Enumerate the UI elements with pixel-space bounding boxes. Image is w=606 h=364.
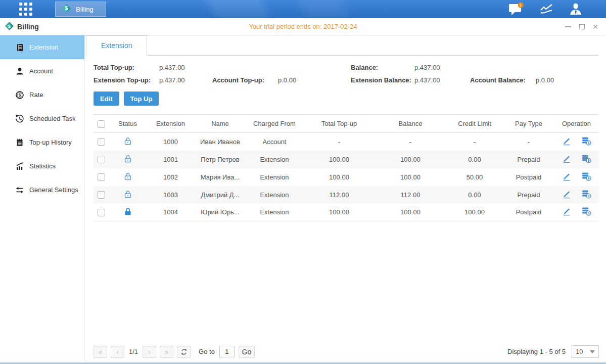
svg-text:$: $	[587, 176, 589, 180]
svg-text:$: $	[587, 194, 589, 198]
pagination-bar: « ‹ 1/1 › » Go to Go Displaying 1 - 5 of…	[94, 345, 599, 358]
edit-row-icon[interactable]	[562, 207, 571, 216]
balance-value: p.437.00	[414, 64, 470, 71]
sidebar-item-scheduled-task[interactable]: Scheduled Task	[0, 107, 84, 130]
monitor-icon[interactable]	[539, 3, 553, 15]
top-up-row-icon[interactable]: $	[581, 154, 591, 163]
apps-grid-icon[interactable]	[19, 3, 32, 16]
cell-extension: 1001	[147, 151, 195, 168]
cell-name: Иван Иванов	[195, 133, 246, 151]
main-content: Extension Total Top-up: p.437.00 Balance…	[85, 35, 606, 362]
ledger-icon	[15, 43, 24, 52]
extension-balance-label: Extension Balance:	[351, 76, 414, 84]
go-button[interactable]: Go	[239, 346, 255, 358]
status-lock-icon	[123, 172, 132, 181]
svg-text:$: $	[587, 159, 589, 163]
cell-total-topup: -	[303, 133, 375, 151]
sidebar-item-topup-history[interactable]: Top-up History	[0, 130, 84, 154]
cell-pay-type: -	[503, 133, 554, 151]
row-checkbox[interactable]	[98, 138, 105, 146]
top-up-row-icon[interactable]: $	[581, 172, 591, 181]
top-up-button[interactable]: Top Up	[124, 92, 159, 106]
minimize-button[interactable]	[565, 23, 572, 30]
sidebar-item-account[interactable]: Account	[0, 59, 84, 83]
sidebar-item-statistics[interactable]: Statistics	[0, 154, 84, 178]
sidebar-item-label: Extension	[29, 43, 58, 51]
window-title-bar: $ Billing Your trial period ends on: 201…	[0, 18, 606, 35]
select-all-checkbox[interactable]	[98, 120, 105, 128]
row-checkbox[interactable]	[98, 209, 105, 216]
cell-extension: 1003	[147, 186, 195, 204]
dollar-circle-icon: $	[15, 90, 24, 100]
status-lock-icon	[123, 136, 132, 146]
edit-row-icon[interactable]	[562, 154, 571, 163]
next-page-button[interactable]: ›	[143, 346, 156, 358]
col-status: Status	[109, 115, 147, 133]
table-row: 1002 Мария Ива... Extension 100.00 100.0…	[94, 168, 599, 186]
sidebar-item-label: Scheduled Task	[29, 115, 76, 122]
goto-page-input[interactable]	[219, 346, 235, 357]
top-up-row-icon[interactable]: $	[581, 190, 591, 199]
notepad-icon	[15, 138, 24, 147]
last-page-button[interactable]: »	[160, 346, 173, 358]
page-size-value: 10	[576, 348, 583, 355]
page-info: 1/1	[129, 348, 138, 355]
tab-bar: Extension	[86, 35, 599, 56]
svg-text:$: $	[587, 211, 589, 215]
maximize-button[interactable]	[578, 23, 585, 30]
cell-credit-limit: 0.00	[446, 186, 503, 204]
top-up-row-icon[interactable]: $	[581, 207, 591, 216]
sidebar-item-rate[interactable]: $ Rate	[0, 83, 84, 107]
account-balance-label: Account Balance:	[470, 76, 536, 84]
cell-name: Дмитрий Д...	[195, 186, 246, 204]
notifications-icon[interactable]: !	[508, 2, 524, 16]
sidebar-item-general-settings[interactable]: General Settings	[0, 178, 84, 202]
notification-badge: !	[520, 3, 522, 8]
billing-app-tab[interactable]: $ Billing	[55, 2, 106, 17]
billing-diamond-icon: $	[5, 22, 14, 32]
user-icon[interactable]	[569, 3, 583, 16]
cell-total-topup: 112.00	[303, 186, 375, 204]
table-row: 1004 Юрий Юрь... Extension 100.00 100.00…	[94, 204, 599, 221]
top-up-row-icon[interactable]: $	[581, 136, 591, 146]
window-title-text: Billing	[17, 23, 39, 31]
page-size-select[interactable]: 10	[572, 345, 599, 358]
sidebar-item-label: Top-up History	[29, 139, 72, 146]
cell-charged-from: Extension	[246, 204, 303, 221]
cell-extension: 1000	[147, 133, 195, 151]
cell-total-topup: 100.00	[303, 204, 375, 221]
first-page-button[interactable]: «	[94, 346, 107, 358]
cell-credit-limit: -	[446, 133, 503, 151]
cell-charged-from: Extension	[246, 186, 303, 204]
cell-charged-from: Extension	[246, 151, 303, 168]
sidebar-item-extension[interactable]: Extension	[0, 35, 84, 59]
edit-row-icon[interactable]	[562, 190, 571, 199]
cell-name: Мария Ива...	[195, 168, 246, 186]
app-window: $ Billing !	[0, 0, 606, 364]
chevron-down-icon	[590, 350, 595, 353]
clock-history-icon	[15, 114, 24, 123]
cell-credit-limit: 100.00	[446, 204, 503, 221]
top-app-bar: $ Billing !	[0, 0, 606, 18]
person-icon	[15, 67, 24, 76]
svg-text:$: $	[8, 23, 11, 28]
cell-extension: 1004	[147, 204, 195, 221]
refresh-icon	[180, 348, 188, 355]
total-topup-value: p.437.00	[159, 64, 212, 71]
refresh-button[interactable]	[177, 346, 191, 358]
row-checkbox[interactable]	[98, 191, 105, 199]
edit-row-icon[interactable]	[562, 172, 571, 181]
close-button[interactable]: ✕	[592, 23, 599, 30]
goto-label: Go to	[199, 348, 215, 355]
tab-extension[interactable]: Extension	[86, 35, 147, 56]
extension-topup-value: p.437.00	[159, 76, 212, 84]
sidebar-item-label: Account	[29, 67, 53, 75]
table-row: 1000 Иван Иванов Account - - - - $	[94, 133, 599, 151]
edit-row-icon[interactable]	[562, 136, 571, 146]
row-checkbox[interactable]	[98, 156, 105, 163]
col-credit-limit: Credit Limit	[446, 115, 503, 133]
prev-page-button[interactable]: ‹	[111, 346, 124, 358]
edit-button[interactable]: Edit	[94, 92, 119, 106]
row-checkbox[interactable]	[98, 173, 105, 181]
sidebar-item-label: Statistics	[29, 162, 56, 170]
